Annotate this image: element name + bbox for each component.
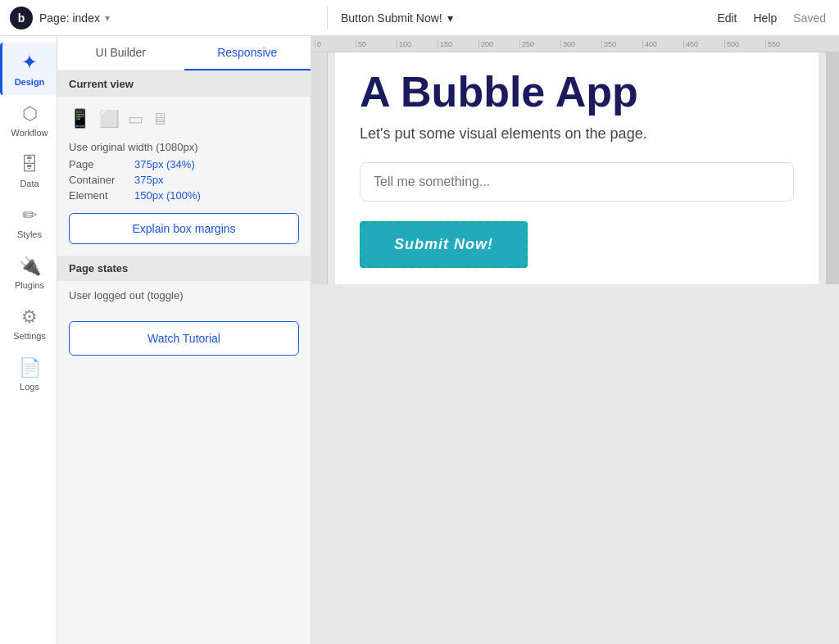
topbar-center: Button Submit Now! ▾	[328, 11, 704, 25]
submit-now-button[interactable]: Submit Now!	[360, 221, 528, 268]
canvas-scroll-area: A Bubble App Let's put some visual eleme…	[328, 52, 826, 284]
section-current-view: Current view	[57, 71, 311, 97]
styles-icon: ✏	[22, 205, 37, 226]
side-panel: UI Builder Responsive Current view 📱 ⬜ ▭…	[57, 36, 311, 644]
ruler-mark-500: 500	[724, 40, 765, 48]
use-original-width-row: Use original width (1080px)	[69, 141, 299, 153]
sidebar-item-design[interactable]: ✦ Design	[0, 43, 57, 95]
topbar: b Page: index ▾ Button Submit Now! ▾ Edi…	[0, 0, 839, 36]
ruler-mark-50: 50	[356, 40, 397, 48]
app-selector[interactable]: Button Submit Now! ▾	[341, 11, 453, 25]
design-icon: ✦	[21, 51, 38, 74]
ruler-vertical	[311, 52, 328, 284]
element-dim-value: 150px (100%)	[134, 189, 201, 202]
panel-tabs: UI Builder Responsive	[57, 36, 311, 71]
edit-link[interactable]: Edit	[717, 11, 737, 25]
element-dim-label: Element	[69, 189, 134, 202]
sidebar-plugins-label: Plugins	[15, 280, 44, 290]
container-dim-label: Container	[69, 174, 134, 186]
tablet-portrait-icon[interactable]: ⬜	[99, 109, 120, 129]
panel-current-view-content: 📱 ⬜ ▭ 🖥 Use original width (1080px) Page…	[57, 97, 311, 256]
settings-icon: ⚙	[21, 306, 38, 328]
app-subtitle: Let's put some visual elements on the pa…	[360, 125, 794, 143]
device-selector-row: 📱 ⬜ ▭ 🖥	[69, 108, 299, 129]
ruler-mark-400: 400	[642, 40, 683, 48]
workflow-icon: ⬡	[22, 103, 38, 125]
sidebar-settings-label: Settings	[13, 331, 46, 341]
sidebar-item-label: Design	[15, 77, 45, 87]
ruler-mark-300: 300	[560, 40, 601, 48]
data-icon: 🗄	[20, 154, 39, 175]
ruler-horizontal: 0 50 100 150 200 250 300 350 400 450 500…	[311, 36, 839, 52]
tab-responsive[interactable]: Responsive	[184, 36, 311, 70]
sidebar-data-label: Data	[20, 179, 39, 188]
toggle-label: User logged out (toggle)	[69, 289, 183, 302]
icon-sidebar: ✦ Design ⬡ Workflow 🗄 Data ✏ Styles 🔌 Pl…	[0, 36, 57, 644]
scrollbar-right[interactable]	[826, 52, 839, 284]
sidebar-item-settings[interactable]: ⚙ Settings	[0, 298, 57, 349]
chevron-down-icon[interactable]: ▾	[105, 12, 110, 24]
submit-btn-wrapper: Submit Now!	[360, 221, 528, 268]
topbar-left: b Page: index ▾	[0, 7, 328, 29]
ruler-mark-100: 100	[397, 40, 438, 48]
saved-status: Saved	[793, 11, 826, 25]
plugins-icon: 🔌	[19, 256, 41, 277]
tablet-landscape-icon[interactable]: ▭	[128, 109, 143, 129]
page-name: Page: index	[39, 11, 100, 25]
user-logged-out-row: User logged out (toggle)	[57, 281, 311, 310]
sidebar-styles-label: Styles	[17, 229, 42, 239]
desktop-icon[interactable]: 🖥	[152, 110, 168, 129]
container-dim-row: Container 375px	[69, 174, 299, 186]
logs-icon: 📄	[19, 357, 41, 379]
tell-me-input[interactable]	[360, 162, 794, 202]
sidebar-logs-label: Logs	[20, 382, 39, 392]
sidebar-item-workflow[interactable]: ⬡ Workflow	[0, 95, 57, 146]
canvas-page: A Bubble App Let's put some visual eleme…	[335, 52, 819, 284]
ruler-mark-150: 150	[438, 40, 478, 48]
sidebar-item-logs[interactable]: 📄 Logs	[0, 349, 57, 400]
canvas-inner: A Bubble App Let's put some visual eleme…	[311, 52, 839, 284]
ruler-mark-0: 0	[315, 40, 356, 48]
page-title-bar: Page: index ▾	[39, 11, 317, 25]
explain-box-margins-button[interactable]: Explain box margins	[69, 213, 299, 244]
container-dim-value: 375px	[134, 174, 163, 186]
sidebar-workflow-label: Workflow	[11, 128, 48, 138]
sidebar-item-styles[interactable]: ✏ Styles	[0, 197, 57, 247]
page-dim-label: Page	[69, 158, 134, 170]
watch-tutorial-button[interactable]: Watch Tutorial	[69, 321, 299, 356]
section-page-states: Page states	[57, 256, 311, 281]
page-dim-value: 375px (34%)	[134, 158, 195, 170]
bubble-logo: b	[10, 7, 33, 29]
ruler-mark-250: 250	[519, 40, 560, 48]
ruler-mark-350: 350	[601, 40, 642, 48]
mobile-icon[interactable]: 📱	[69, 108, 91, 129]
main-layout: ✦ Design ⬡ Workflow 🗄 Data ✏ Styles 🔌 Pl…	[0, 36, 839, 644]
ruler-mark-550: 550	[765, 40, 806, 48]
sidebar-item-plugins[interactable]: 🔌 Plugins	[0, 247, 57, 298]
use-original-width-label: Use original width (1080px)	[69, 141, 198, 153]
ruler-mark-450: 450	[683, 40, 724, 48]
element-dim-row: Element 150px (100%)	[69, 189, 299, 202]
ruler-mark-200: 200	[478, 40, 519, 48]
ruler-marks: 0 50 100 150 200 250 300 350 400 450 500…	[315, 40, 806, 48]
help-link[interactable]: Help	[754, 11, 778, 25]
canvas-area: 0 50 100 150 200 250 300 350 400 450 500…	[311, 36, 839, 644]
app-title: A Bubble App	[360, 69, 794, 116]
app-selector-chevron-icon: ▾	[447, 11, 453, 25]
page-dim-row: Page 375px (34%)	[69, 158, 299, 170]
sidebar-item-data[interactable]: 🗄 Data	[0, 146, 57, 197]
topbar-right: Edit Help Saved	[704, 11, 839, 25]
tab-ui-builder[interactable]: UI Builder	[57, 36, 184, 70]
